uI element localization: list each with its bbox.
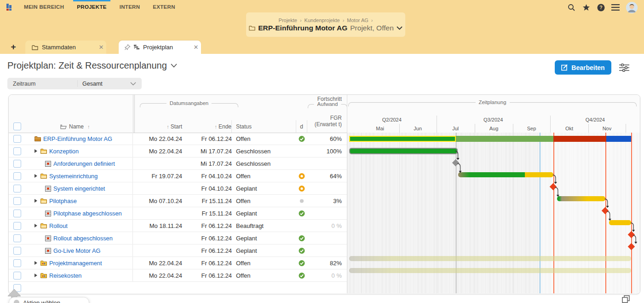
- task-link[interactable]: Projektmanagement: [49, 260, 102, 267]
- row-deadline-status-cell: [296, 182, 307, 194]
- row-start-cell: Mo 22.04.24: [133, 269, 182, 281]
- row-deadline-status-cell: [296, 133, 307, 145]
- ende-column-header[interactable]: ↑Ende: [182, 120, 232, 133]
- nav-tab-projekte[interactable]: PROJEKTE: [70, 0, 113, 14]
- row-checkbox[interactable]: [13, 234, 21, 242]
- row-checkbox[interactable]: [13, 272, 21, 280]
- page-title[interactable]: Projektplan: Zeit & Ressourcenplanung: [7, 60, 177, 71]
- tab-stammdaten[interactable]: Stammdaten ✕: [25, 41, 106, 54]
- task-link[interactable]: Reisekosten: [49, 272, 81, 279]
- table-row[interactable]: ERP-Einführung Motor AGMo 22.04.24Fr 06.…: [9, 133, 347, 145]
- gantt-month-label: [626, 124, 640, 133]
- row-fgr-cell: [307, 207, 347, 219]
- row-checkbox[interactable]: [13, 135, 21, 143]
- edit-button[interactable]: Bearbeiten: [555, 60, 611, 75]
- task-link[interactable]: System eingerichtet: [53, 185, 105, 192]
- task-link[interactable]: Go-Live Motor AG: [53, 247, 100, 254]
- expand-arrow-icon[interactable]: [34, 149, 37, 153]
- task-link[interactable]: Rollout: [49, 222, 68, 229]
- task-link[interactable]: Konzeption: [49, 148, 79, 155]
- status-column-header[interactable]: Status: [231, 120, 296, 133]
- table-row[interactable]: Go-Live Motor AGFr 06.12.24Geplant: [9, 245, 347, 257]
- folder-icon: [249, 25, 255, 31]
- table-row[interactable]: System eingerichtetFr 04.10.24Geplant: [9, 182, 347, 195]
- tab-projektplan[interactable]: Projektplan ✕: [119, 41, 201, 54]
- row-deadline-status-cell: [296, 220, 307, 232]
- view-settings-icon[interactable]: [619, 64, 630, 72]
- search-icon[interactable]: [567, 3, 575, 12]
- breadcrumb-link[interactable]: Motor AG: [347, 17, 368, 23]
- gantt-header: Zeitplanung Q2/2024Q3/2024Q4/2024MaiJunJ…: [347, 95, 640, 133]
- context-title[interactable]: ERP-Einführung Motor AG Projekt, Offen: [249, 24, 402, 32]
- expand-arrow-icon[interactable]: [34, 174, 37, 178]
- row-checkbox[interactable]: [13, 185, 21, 192]
- task-link[interactable]: Pilotphase: [49, 198, 77, 204]
- row-checkbox[interactable]: [13, 197, 21, 205]
- row-checkbox[interactable]: [13, 247, 21, 255]
- menu-icon[interactable]: [611, 3, 620, 12]
- row-status-cell: Offen: [232, 195, 296, 207]
- breadcrumb-link[interactable]: Projekte: [279, 17, 297, 23]
- row-start-cell: Mo 18.11.24: [133, 220, 182, 232]
- table-row[interactable]: KonzeptionMo 22.04.24Mi 17.07.24Geschlos…: [9, 145, 347, 157]
- help-icon[interactable]: ?: [597, 3, 605, 12]
- row-ende-cell: Fr 04.10.24: [182, 170, 232, 182]
- nav-tab-mein-bereich[interactable]: MEIN BEREICH: [17, 0, 70, 14]
- action-popup[interactable]: Aktion wählen: [9, 297, 89, 303]
- table-row[interactable]: ProjektmanagementMo 22.04.24Fr 06.12.24O…: [9, 257, 347, 269]
- tab-label: Projektplan: [143, 44, 191, 51]
- expand-arrow-icon[interactable]: [34, 274, 37, 277]
- pin-icon[interactable]: [124, 44, 131, 51]
- expand-corner-icon[interactable]: [622, 295, 630, 303]
- context-header: Projekte›Kundenprojekte›Motor AG› ERP-Ei…: [246, 12, 405, 37]
- task-link[interactable]: Systemeinrichtung: [49, 173, 98, 180]
- d-column-header[interactable]: d: [296, 120, 307, 133]
- favorites-star-icon[interactable]: [582, 3, 590, 12]
- start-column-header[interactable]: ↑Start: [133, 120, 182, 133]
- new-tab-button[interactable]: +: [8, 42, 18, 52]
- nav-tab-intern[interactable]: INTERN: [113, 0, 147, 14]
- row-deadline-status-cell: [296, 269, 307, 281]
- expand-arrow-icon[interactable]: [34, 261, 37, 265]
- breadcrumb-link[interactable]: Kundenprojekte: [305, 17, 340, 23]
- name-column-header[interactable]: Name↑: [27, 120, 133, 133]
- expand-arrow-icon[interactable]: [34, 224, 37, 227]
- zeitraum-filter[interactable]: Zeitraum Gesamt: [7, 78, 142, 89]
- gantt-month-gridline: [437, 133, 437, 293]
- close-icon[interactable]: ✕: [96, 44, 106, 51]
- row-checkbox[interactable]: [13, 160, 21, 168]
- task-link[interactable]: ERP-Einführung Motor AG: [43, 135, 112, 142]
- chevron-down-icon[interactable]: [171, 64, 177, 68]
- expand-arrow-icon[interactable]: [34, 199, 37, 203]
- row-select-cell: [9, 145, 27, 157]
- table-row[interactable]: PilotphaseMo 07.10.24Fr 15.11.24Offen3%: [9, 195, 347, 207]
- user-avatar[interactable]: [626, 2, 638, 13]
- row-checkbox[interactable]: [13, 147, 21, 155]
- task-link[interactable]: Rollout abgeschlossen: [53, 235, 113, 242]
- row-ende-cell: Mi 17.07.24: [182, 145, 232, 157]
- table-row[interactable]: RolloutMo 18.11.24Fr 06.12.24Beauftragt0…: [9, 220, 347, 232]
- row-checkbox[interactable]: [13, 172, 21, 180]
- table-row[interactable]: ReisekostenMo 22.04.24Fr 06.12.24Offen0 …: [9, 269, 347, 282]
- close-icon[interactable]: ✕: [191, 44, 201, 51]
- row-deadline-status-cell: [296, 232, 307, 244]
- task-link[interactable]: Anforderungen definiert: [53, 160, 115, 167]
- table-body: ERP-Einführung Motor AGMo 22.04.24Fr 06.…: [9, 133, 640, 293]
- chevron-down-icon[interactable]: [397, 26, 402, 30]
- row-checkbox[interactable]: [13, 222, 21, 230]
- row-checkbox[interactable]: [13, 259, 21, 267]
- row-select-cell: [9, 207, 27, 219]
- table-row-new[interactable]: [9, 282, 347, 294]
- nav-tab-extern[interactable]: EXTERN: [146, 0, 181, 14]
- table-row[interactable]: Pilotphase abgeschlossenFr 15.11.24Gepla…: [9, 207, 347, 220]
- row-checkbox[interactable]: [13, 210, 21, 217]
- table-row[interactable]: SystemeinrichtungFr 19.07.24Fr 04.10.24O…: [9, 170, 347, 182]
- app-logo-icon[interactable]: [6, 4, 13, 11]
- breadcrumb-separator: ›: [371, 17, 373, 23]
- chevron-down-icon[interactable]: [130, 82, 136, 86]
- task-link[interactable]: Pilotphase abgeschlossen: [53, 210, 122, 217]
- table-row[interactable]: Rollout abgeschlossenFr 06.12.24Geplant: [9, 232, 347, 245]
- select-all-checkbox[interactable]: [13, 122, 21, 130]
- table-row[interactable]: Anforderungen definiertMi 17.07.24Geschl…: [9, 157, 347, 170]
- check-status-icon: [299, 135, 305, 142]
